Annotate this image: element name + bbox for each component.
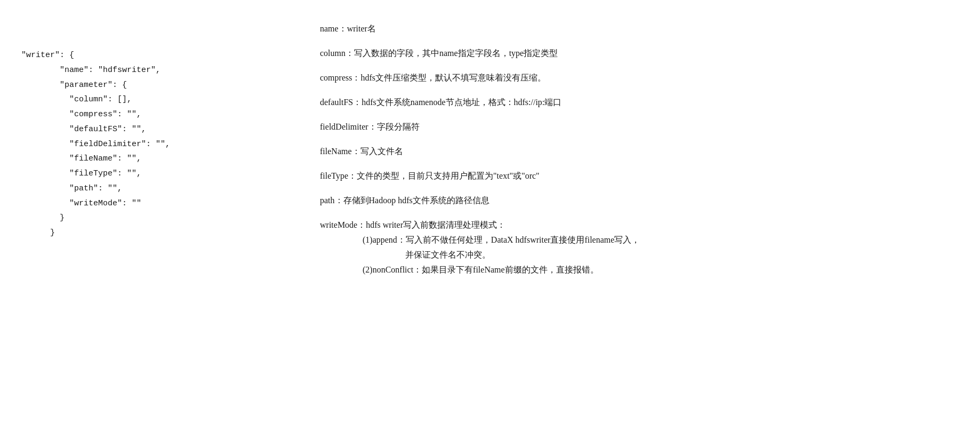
desc-path: path：存储到Hadoop hdfs文件系统的路径信息 bbox=[320, 193, 959, 208]
desc-path-text: path：存储到Hadoop hdfs文件系统的路径信息 bbox=[320, 193, 959, 208]
writemode-detail: (1)append：写入前不做任何处理，DataX hdfswriter直接使用… bbox=[320, 233, 959, 277]
desc-fielddelimiter: fieldDelimiter：字段分隔符 bbox=[320, 119, 959, 134]
writemode-sub2-label: (2)nonConflict：如果目录下有fileName前缀的文件，直接报错。 bbox=[363, 262, 959, 277]
desc-defaultfs-text: defaultFS：hdfs文件系统namenode节点地址，格式：hdfs:/… bbox=[320, 95, 959, 110]
desc-compress-text: compress：hdfs文件压缩类型，默认不填写意味着没有压缩。 bbox=[320, 70, 959, 85]
desc-fielddelimiter-text: fieldDelimiter：字段分隔符 bbox=[320, 119, 959, 134]
json-code-block: "writer": { "name": "hdfswriter", "param… bbox=[21, 48, 277, 241]
writemode-sub1-cont-wrapper: 并保证文件名不冲突。 bbox=[363, 247, 959, 262]
desc-filetype: fileType：文件的类型，目前只支持用户配置为"text"或"orc" bbox=[320, 169, 959, 183]
desc-compress: compress：hdfs文件压缩类型，默认不填写意味着没有压缩。 bbox=[320, 70, 959, 85]
writemode-sub1-cont: 并保证文件名不冲突。 bbox=[405, 247, 959, 262]
desc-name: name：writer名 bbox=[320, 21, 959, 36]
desc-writemode: writeMode：hdfs writer写入前数据清理处理模式： (1)app… bbox=[320, 218, 959, 277]
left-code-panel: "writer": { "name": "hdfswriter", "param… bbox=[21, 16, 277, 287]
desc-filetype-text: fileType：文件的类型，目前只支持用户配置为"text"或"orc" bbox=[320, 169, 959, 183]
page-layout: "writer": { "name": "hdfswriter", "param… bbox=[21, 16, 959, 287]
desc-filename-text: fileName：写入文件名 bbox=[320, 144, 959, 159]
right-description-panel: name：writer名 column：写入数据的字段，其中name指定字段名，… bbox=[277, 16, 959, 287]
desc-name-text: name：writer名 bbox=[320, 21, 959, 36]
desc-defaultfs: defaultFS：hdfs文件系统namenode节点地址，格式：hdfs:/… bbox=[320, 95, 959, 110]
writemode-sub1-label: (1)append：写入前不做任何处理，DataX hdfswriter直接使用… bbox=[363, 233, 959, 247]
desc-writemode-label: writeMode：hdfs writer写入前数据清理处理模式： bbox=[320, 218, 959, 233]
desc-column: column：写入数据的字段，其中name指定字段名，type指定类型 bbox=[320, 46, 959, 61]
desc-column-text: column：写入数据的字段，其中name指定字段名，type指定类型 bbox=[320, 46, 959, 61]
desc-filename: fileName：写入文件名 bbox=[320, 144, 959, 159]
